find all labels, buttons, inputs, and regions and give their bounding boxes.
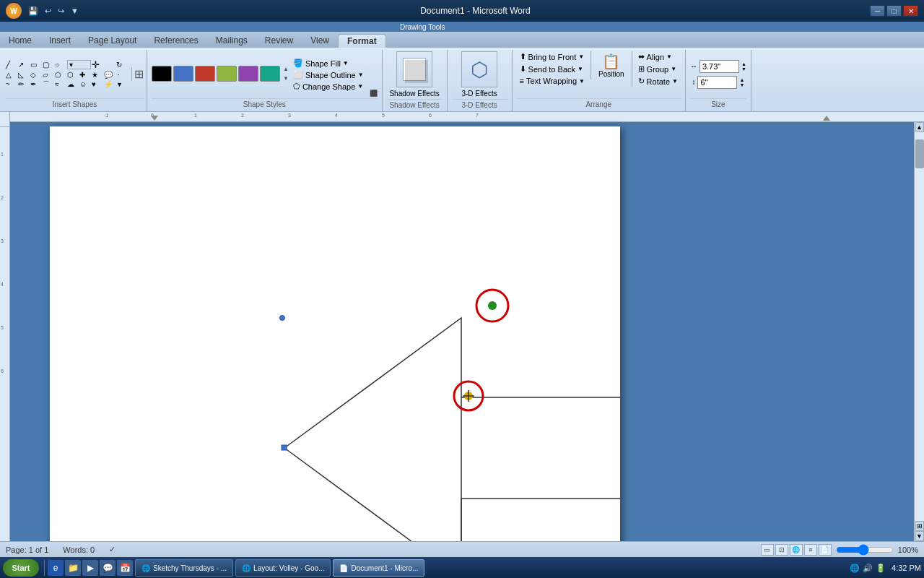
calendar-icon[interactable]: 📅 bbox=[117, 560, 133, 576]
shape-fill-arrow[interactable]: ▼ bbox=[343, 60, 349, 66]
align-btn[interactable]: ⬌ Align ▼ bbox=[635, 51, 681, 62]
wave-icon[interactable]: ≈ bbox=[55, 80, 66, 88]
taskbar-sketchy[interactable]: 🌐 Sketchy Thursdays - ... bbox=[135, 559, 233, 577]
line-icon[interactable]: ╱ bbox=[6, 61, 17, 69]
circle-icon[interactable]: ○ bbox=[55, 61, 66, 69]
text-wrapping-btn[interactable]: ≡ Text Wrapping ▼ bbox=[517, 76, 588, 86]
triangle-icon[interactable]: △ bbox=[6, 71, 17, 79]
tab-mailings[interactable]: Mailings bbox=[207, 34, 256, 48]
arc-icon[interactable]: ⌒ bbox=[43, 79, 54, 90]
shadow-effects-icon-btn[interactable] bbox=[396, 51, 432, 87]
maximize-btn[interactable]: □ bbox=[886, 5, 902, 17]
zoom-slider[interactable] bbox=[836, 545, 894, 554]
rotate-arrow[interactable]: ▼ bbox=[672, 78, 678, 85]
scroll-down-btn[interactable]: ▼ bbox=[915, 531, 924, 541]
arrow-icon[interactable]: ↗ bbox=[18, 61, 30, 69]
insert-shapes-expand[interactable]: ⊞ bbox=[134, 67, 144, 81]
shape-fill-btn[interactable]: 🪣 Shape Fill ▼ bbox=[290, 58, 367, 69]
taskbar-layout[interactable]: 🌐 Layout: Volley - Goo... bbox=[235, 559, 331, 577]
scribble-icon[interactable]: ✒ bbox=[30, 80, 42, 88]
web-layout-btn[interactable]: 🌐 bbox=[790, 544, 803, 556]
width-input[interactable] bbox=[699, 60, 739, 73]
outline-view-btn[interactable]: ≡ bbox=[804, 544, 817, 556]
undo-qa-btn[interactable]: ↩ bbox=[43, 6, 53, 17]
tab-review[interactable]: Review bbox=[256, 34, 302, 48]
curve-icon[interactable]: ~ bbox=[6, 80, 17, 88]
star-icon[interactable]: ★ bbox=[92, 71, 103, 79]
align-arrow[interactable]: ▼ bbox=[666, 53, 672, 60]
rounded-rect-icon[interactable]: ▢ bbox=[43, 61, 54, 69]
send-back-btn[interactable]: ⬇ Send to Back ▼ bbox=[517, 64, 588, 74]
swatch-teal[interactable] bbox=[260, 66, 280, 82]
height-input[interactable] bbox=[697, 76, 737, 89]
text-wrap-arrow[interactable]: ▼ bbox=[579, 78, 585, 85]
tab-insert[interactable]: Insert bbox=[40, 34, 79, 48]
width-down-arrow[interactable]: ▼ bbox=[741, 66, 746, 72]
swatch-scroll-up[interactable]: ▲ bbox=[283, 66, 289, 72]
print-layout-btn[interactable]: ▭ bbox=[761, 544, 774, 556]
change-shape-arrow[interactable]: ▼ bbox=[357, 83, 363, 90]
change-shape-btn[interactable]: ⬠ Change Shape ▼ bbox=[290, 81, 367, 92]
plus-shape-icon[interactable]: ✚ bbox=[79, 71, 91, 79]
swatch-purple[interactable] bbox=[238, 66, 258, 82]
draft-view-btn[interactable]: 📄 bbox=[819, 544, 832, 556]
handle-left[interactable] bbox=[282, 445, 287, 450]
minimize-btn[interactable]: ─ bbox=[870, 5, 885, 17]
cloud-icon[interactable]: ☁ bbox=[67, 80, 79, 88]
full-screen-btn[interactable]: ⊡ bbox=[775, 544, 788, 556]
diamond-icon[interactable]: ◇ bbox=[30, 71, 42, 79]
more-icon[interactable]: ⬝ bbox=[116, 71, 128, 79]
shape-outline-arrow[interactable]: ▼ bbox=[358, 72, 364, 78]
swatch-green[interactable] bbox=[217, 66, 237, 82]
redo-qa-btn[interactable]: ↪ bbox=[56, 6, 66, 17]
position-btn[interactable]: 📋 Position bbox=[594, 51, 629, 79]
document-page[interactable] bbox=[50, 126, 620, 541]
bring-front-arrow[interactable]: ▼ bbox=[578, 53, 584, 60]
save-qa-btn[interactable]: 💾 bbox=[26, 6, 40, 17]
tab-format[interactable]: Format bbox=[338, 34, 386, 48]
height-down-arrow[interactable]: ▼ bbox=[739, 82, 744, 87]
width-up-arrow[interactable]: ▲ bbox=[741, 61, 746, 66]
shape-outline-btn[interactable]: ⬜ Shape Outline ▼ bbox=[290, 69, 367, 80]
tab-page-layout[interactable]: Page Layout bbox=[79, 34, 145, 48]
swatch-scroll-down[interactable]: ▼ bbox=[283, 75, 289, 82]
ruler-indent-right[interactable] bbox=[823, 116, 830, 121]
right-triangle-icon[interactable]: ◺ bbox=[18, 71, 30, 79]
tab-references[interactable]: References bbox=[145, 34, 206, 48]
scroll-track[interactable] bbox=[915, 132, 924, 521]
freeform-icon[interactable]: ✏ bbox=[18, 80, 30, 88]
taskbar-document[interactable]: 📄 Document1 - Micro... bbox=[333, 559, 424, 577]
hexagon-icon[interactable]: ⬡ bbox=[67, 71, 79, 79]
ie-icon[interactable]: e bbox=[48, 560, 64, 576]
parallelogram-icon[interactable]: ▱ bbox=[43, 71, 54, 79]
send-back-arrow[interactable]: ▼ bbox=[578, 66, 583, 72]
doc-scroll-area[interactable]: -1 0 1 2 3 4 5 6 7 bbox=[10, 112, 924, 541]
rectangle-shape[interactable] bbox=[461, 397, 620, 499]
tab-home[interactable]: Home bbox=[0, 34, 40, 48]
scroll-up-btn[interactable]: ▲ bbox=[915, 122, 924, 132]
scroll-thumb[interactable] bbox=[915, 139, 924, 168]
messenger-icon[interactable]: 💬 bbox=[100, 560, 116, 576]
tab-view[interactable]: View bbox=[302, 34, 338, 48]
swatch-red[interactable] bbox=[195, 66, 215, 82]
swatch-blue[interactable] bbox=[173, 66, 193, 82]
height-up-arrow[interactable]: ▲ bbox=[739, 77, 744, 82]
shapes-more-icon[interactable]: ▾ bbox=[67, 60, 91, 69]
rotate-btn[interactable]: ↻ Rotate ▼ bbox=[635, 76, 681, 87]
start-button[interactable]: Start bbox=[3, 559, 39, 577]
triangle-shape[interactable] bbox=[284, 318, 461, 541]
spell-check-icon[interactable]: ✓ bbox=[109, 545, 116, 554]
group-arrow[interactable]: ▼ bbox=[671, 66, 676, 72]
drawing-canvas[interactable] bbox=[50, 126, 620, 541]
rect-icon[interactable]: ▭ bbox=[30, 61, 42, 69]
group-btn[interactable]: ⊞ Group ▼ bbox=[635, 64, 681, 74]
pentagon-icon[interactable]: ⬠ bbox=[55, 71, 66, 79]
heart-icon[interactable]: ♥ bbox=[92, 80, 103, 88]
folder-icon[interactable]: 📁 bbox=[65, 560, 81, 576]
swatch-black[interactable] bbox=[152, 66, 172, 82]
bring-front-btn[interactable]: ⬆ Bring to Front ▼ bbox=[517, 51, 588, 62]
shapes-expander-icon[interactable]: ▼ bbox=[116, 81, 128, 88]
lightning-icon[interactable]: ⚡ bbox=[104, 80, 116, 88]
dropdown-qa-btn[interactable]: ▼ bbox=[69, 6, 81, 17]
three-d-icon-btn[interactable]: ⬡ bbox=[461, 51, 497, 87]
